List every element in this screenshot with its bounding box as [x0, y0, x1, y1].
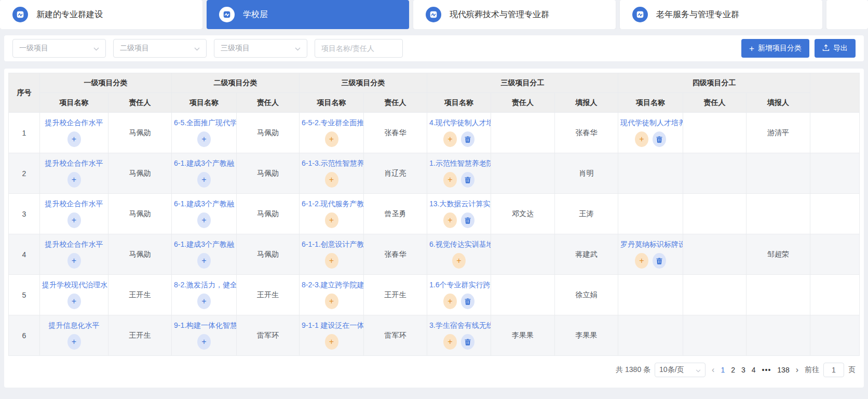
add-icon[interactable]: +	[325, 294, 338, 309]
add-icon[interactable]: +	[452, 253, 466, 269]
project-link[interactable]: 提升校企合作水平	[40, 118, 108, 128]
add-icon[interactable]: +	[443, 294, 457, 309]
search-input[interactable]	[315, 39, 403, 58]
add-icon[interactable]: +	[197, 172, 211, 188]
add-icon[interactable]: +	[197, 131, 211, 147]
project-link[interactable]: 8-2-3.建立跨学院建	[300, 281, 363, 290]
project-link[interactable]: 提升校企合作水平	[40, 159, 108, 168]
cell-actions: +	[300, 294, 363, 309]
add-icon[interactable]: +	[443, 212, 457, 228]
add-icon[interactable]: +	[635, 253, 648, 269]
delete-icon[interactable]	[653, 253, 666, 269]
add-icon[interactable]: +	[325, 212, 338, 228]
row-index: 4	[9, 234, 40, 275]
project-link[interactable]: 1.示范性智慧养老院	[427, 159, 491, 168]
tab-elderly-group[interactable]: 老年服务与管理专业群	[620, 0, 822, 29]
cell-actions: +	[300, 253, 363, 269]
page-number[interactable]: 1	[721, 366, 725, 374]
project-name-cell: 6-5.全面推广现代学+	[172, 113, 237, 153]
prev-page-arrow[interactable]: ‹	[710, 365, 716, 375]
project-link[interactable]: 9-1.构建一体化智慧	[172, 321, 236, 330]
project-link[interactable]: 罗丹莫纳标识标牌设	[618, 240, 683, 249]
pagination: 共 1380 条 10条/页 ‹ 1234•••138 › 前往 页	[8, 356, 860, 384]
tab-label: 现代殡葬技术与管理专业群	[450, 9, 549, 20]
add-icon[interactable]: +	[67, 334, 81, 350]
project-link[interactable]: 6-1-2.现代服务产教	[300, 200, 363, 209]
delete-icon[interactable]	[461, 131, 474, 147]
project-link[interactable]: 提升校企合作水平	[40, 200, 108, 209]
project-link[interactable]: 6-1-1.创意设计产教	[300, 240, 363, 249]
add-icon[interactable]: +	[443, 131, 457, 147]
overflow-cell	[810, 275, 860, 315]
project-link[interactable]: 6-5.全面推广现代学	[172, 118, 236, 128]
person-cell: 雷军环	[364, 315, 427, 356]
project-link[interactable]: 1.6个专业群实行跨	[427, 281, 491, 290]
table-row: 4提升校企合作水平+马佩勋6-1.建成3个产教融+马佩勋6-1-1.创意设计产教…	[9, 234, 860, 275]
add-icon[interactable]: +	[197, 334, 211, 350]
project-link[interactable]: 6-1.建成3个产教融	[172, 240, 236, 249]
add-icon[interactable]: +	[67, 253, 81, 269]
delete-icon[interactable]	[653, 131, 666, 147]
project-link[interactable]: 8-2.激发活力，健全	[172, 281, 236, 290]
add-icon[interactable]: +	[197, 294, 211, 309]
add-icon[interactable]: +	[197, 212, 211, 228]
add-icon[interactable]: +	[67, 212, 81, 228]
goto-page-input[interactable]	[823, 363, 844, 377]
page-number[interactable]: 4	[752, 366, 756, 374]
project-name-cell: 13.大数据云计算实+	[427, 194, 491, 234]
tab-funeral-group[interactable]: 现代殡葬技术与管理专业群	[413, 0, 616, 29]
project-link[interactable]: 6-1.建成3个产教融	[172, 200, 236, 209]
project-link[interactable]: 提升学校现代治理水	[40, 281, 108, 290]
add-icon[interactable]: +	[443, 334, 457, 350]
add-icon[interactable]: +	[443, 172, 457, 188]
project-link[interactable]: 6.视觉传达实训基地	[427, 240, 491, 249]
project-link[interactable]: 提升校企合作水平	[40, 240, 108, 249]
page-size-select[interactable]: 10条/页	[655, 363, 706, 377]
page-number[interactable]: 138	[777, 366, 789, 374]
tab-school-level[interactable]: 学校层	[207, 0, 409, 29]
project-link[interactable]: 6-5-2.专业群全面推	[300, 118, 363, 128]
page-number[interactable]: 3	[741, 366, 745, 374]
export-button[interactable]: 导出	[815, 39, 856, 58]
delete-icon[interactable]	[461, 334, 474, 350]
delete-icon[interactable]	[461, 172, 474, 188]
add-icon[interactable]: +	[325, 253, 338, 269]
delete-icon[interactable]	[461, 212, 474, 228]
add-icon[interactable]: +	[635, 131, 648, 147]
project-link[interactable]: 提升信息化水平	[40, 321, 108, 330]
project-name-cell: 6-1-2.现代服务产教+	[300, 194, 364, 234]
person-cell	[683, 315, 747, 356]
add-icon[interactable]: +	[67, 131, 81, 147]
level3-project-select[interactable]: 三级项目	[214, 39, 307, 58]
row-index: 3	[9, 194, 40, 234]
project-link[interactable]: 4.现代学徒制人才培	[427, 118, 491, 128]
tab-partial-next[interactable]	[826, 0, 868, 29]
project-link[interactable]: 6-1.建成3个产教融	[172, 159, 236, 168]
add-icon[interactable]: +	[67, 172, 81, 188]
add-icon[interactable]: +	[325, 131, 338, 147]
add-icon[interactable]: +	[67, 294, 81, 309]
overflow-cell	[810, 234, 860, 275]
add-icon[interactable]: +	[325, 172, 338, 188]
tab-new-group[interactable]: 新建的专业群建设	[0, 0, 202, 29]
project-link[interactable]: 3.学生宿舍有线无线	[427, 321, 491, 330]
level2-project-select[interactable]: 二级项目	[113, 39, 207, 58]
delete-icon[interactable]	[461, 294, 474, 309]
project-link[interactable]: 现代学徒制人才培养	[618, 118, 683, 128]
person-cell	[618, 153, 683, 194]
col-header: 填报人	[555, 93, 618, 113]
project-link[interactable]: 13.大数据云计算实	[427, 200, 491, 209]
page-number[interactable]: 2	[731, 366, 735, 374]
row-index: 6	[9, 315, 40, 356]
level1-project-select[interactable]: 一级项目	[12, 39, 106, 58]
col-header: 责任人	[364, 93, 427, 113]
add-category-button[interactable]: + 新增项目分类	[741, 39, 809, 58]
add-icon[interactable]: +	[197, 253, 211, 269]
project-name-cell: 提升校企合作水平+	[40, 194, 108, 234]
next-page-arrow[interactable]: ›	[794, 365, 801, 375]
person-cell	[747, 194, 810, 234]
project-link[interactable]: 6-1-3.示范性智慧养	[300, 159, 363, 168]
add-icon[interactable]: +	[325, 334, 338, 350]
project-link[interactable]: 9-1-1 建设泛在一体	[300, 321, 363, 330]
tab-label: 学校层	[243, 9, 268, 20]
